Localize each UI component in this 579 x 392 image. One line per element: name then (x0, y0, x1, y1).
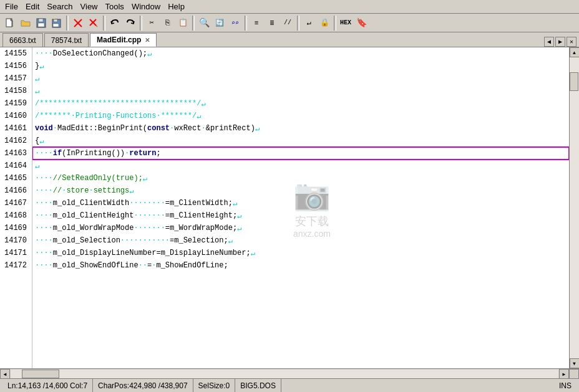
cut-button[interactable]: ✂ (144, 16, 159, 31)
readonly-button[interactable]: 🔒 (317, 16, 332, 31)
scroll-up-button[interactable]: ▲ (570, 47, 580, 57)
menu-view[interactable]: View (77, 1, 102, 12)
separator-2 (103, 16, 105, 31)
hscroll-thumb[interactable] (22, 370, 59, 378)
hscrollbar-row: ◀ ▶ (0, 368, 579, 378)
linenum-14169: 14169 (2, 222, 29, 234)
separator-5 (245, 16, 247, 31)
linenum-14168: 14168 (2, 209, 29, 222)
copy-button[interactable]: ⎘ (160, 16, 175, 31)
hscroll-track[interactable] (11, 370, 558, 378)
comment-button[interactable]: // (280, 16, 295, 31)
code-line-14157: ↵ (32, 72, 569, 85)
save-all-button[interactable] (49, 16, 64, 31)
save-button[interactable] (34, 16, 49, 31)
line-numbers: 14155 14156 14157 14158 14159 14160 1416… (0, 47, 32, 368)
code-line-14156: }↵ (32, 60, 569, 72)
svg-rect-4 (39, 19, 43, 22)
code-line-14170: ····m_old_Selection···········=m_Selecti… (32, 234, 569, 247)
menu-edit[interactable]: Edit (22, 1, 43, 12)
linenum-14163: 14163 (2, 147, 29, 160)
spaces: ···· (35, 49, 53, 58)
code-line-14172: ····m_old_ShowEndOfLine··=·m_ShowEndOfLi… (32, 259, 569, 272)
tab-prev-button[interactable]: ◀ (544, 37, 554, 47)
code-line-14161: void·MadEdit::BeginPrint(const·wxRect·&p… (32, 122, 569, 135)
undo-button[interactable] (107, 16, 122, 31)
linenum-14160: 14160 (2, 110, 29, 122)
tab-madedit[interactable]: MadEdit.cpp ✕ (90, 33, 157, 47)
hex-button[interactable]: HEX (338, 16, 353, 31)
status-selsize: SelSize:0 (193, 379, 236, 392)
open-button[interactable] (18, 16, 33, 31)
menu-search[interactable]: Search (43, 1, 76, 12)
status-ln-col: Ln:14,163 /14,600 Col:7 (2, 379, 93, 392)
code-line-14162: {↵ (32, 135, 569, 147)
toolbar: ✂ ⎘ 📋 🔍 🔄 ⌕⌕ ≡ ≣ // ↵ 🔒 HEX 🔖 (0, 14, 579, 32)
scroll-thumb[interactable] (570, 72, 578, 91)
scroll-down-button[interactable]: ▼ (570, 358, 580, 368)
close-all-button[interactable] (86, 16, 101, 31)
tab-next-button[interactable]: ▶ (555, 37, 565, 47)
indent-button[interactable]: ≡ (249, 16, 264, 31)
replace-button[interactable]: 🔄 (212, 16, 227, 31)
code-line-14158: ↵ (32, 85, 569, 97)
svg-rect-8 (53, 24, 59, 27)
wordwrap-button[interactable]: ↵ (301, 16, 316, 31)
linenum-14172: 14172 (2, 259, 29, 272)
separator-3 (140, 16, 142, 31)
tab-close-win-button[interactable]: ✕ (567, 37, 577, 47)
separator-7 (334, 16, 336, 31)
menubar: File Edit Search View Tools Window Help (0, 0, 579, 14)
menu-file[interactable]: File (1, 1, 22, 12)
code-line-14165: ····//SetReadOnly(true);↵ (32, 172, 569, 184)
separator-6 (297, 16, 299, 31)
linenum-14167: 14167 (2, 197, 29, 209)
linenum-14156: 14156 (2, 60, 29, 72)
horizontal-scrollbar[interactable] (10, 369, 559, 378)
separator-4 (192, 16, 195, 31)
editor-container: 14155 14156 14157 14158 14159 14160 1416… (0, 47, 579, 368)
tab-bar: 6663.txt 78574.txt MadEdit.cpp ✕ ◀ ▶ ✕ (0, 32, 579, 47)
status-charpos: CharPos:424,980 /438,907 (93, 379, 193, 392)
menu-help[interactable]: Help (164, 1, 188, 12)
code-line-14159: /***********************************/↵ (32, 97, 569, 110)
linenum-14157: 14157 (2, 72, 29, 85)
code-line-14168: ····m_old_ClientHeight·······=m_ClientHe… (32, 209, 569, 222)
linenum-14170: 14170 (2, 234, 29, 247)
tab-6663[interactable]: 6663.txt (2, 33, 43, 47)
vertical-scrollbar: ▲ ▼ (569, 47, 579, 368)
status-mode: INS (554, 379, 577, 392)
statusbar: Ln:14,163 /14,600 Col:7 CharPos:424,980 … (0, 378, 579, 392)
linenum-14164: 14164 (2, 160, 29, 172)
paste-button[interactable]: 📋 (175, 16, 190, 31)
new-button[interactable] (2, 16, 17, 31)
tab-78574[interactable]: 78574.txt (44, 33, 89, 47)
linenum-14162: 14162 (2, 135, 29, 147)
hscroll-right-button[interactable]: ▶ (559, 369, 569, 379)
unindent-button[interactable]: ≣ (265, 16, 280, 31)
code-line-14163: ····if(InPrinting())·return; (32, 147, 569, 160)
tab-close-icon[interactable]: ✕ (145, 37, 150, 44)
svg-line-14 (92, 21, 97, 27)
code-line-14160: /*******·Printing·Functions·*******/↵ (32, 110, 569, 122)
scroll-track[interactable] (570, 57, 579, 358)
svg-rect-5 (38, 23, 44, 27)
code-line-14167: ····m_old_ClientWidth········=m_ClientWi… (32, 197, 569, 209)
find-button[interactable]: 🔍 (197, 16, 212, 31)
code-area[interactable]: 📷 安下载 anxz.com ····DoSelectionChanged();… (32, 47, 569, 368)
code-line-14155: ····DoSelectionChanged();↵ (32, 47, 569, 60)
menu-window[interactable]: Window (128, 1, 164, 12)
code-line-14164: ↵ (32, 160, 569, 172)
close-button[interactable] (71, 16, 85, 31)
linenum-14171: 14171 (2, 247, 29, 259)
separator-1 (66, 16, 69, 31)
findall-button[interactable]: ⌕⌕ (228, 16, 243, 31)
linenum-14161: 14161 (2, 122, 29, 135)
svg-rect-9 (54, 19, 55, 20)
hscroll-left-button[interactable]: ◀ (0, 369, 10, 379)
redo-button[interactable] (123, 16, 138, 31)
bookmark-button[interactable]: 🔖 (354, 16, 369, 31)
linenum-14159: 14159 (2, 97, 29, 110)
linenum-14155: 14155 (2, 47, 29, 60)
menu-tools[interactable]: Tools (102, 1, 128, 12)
